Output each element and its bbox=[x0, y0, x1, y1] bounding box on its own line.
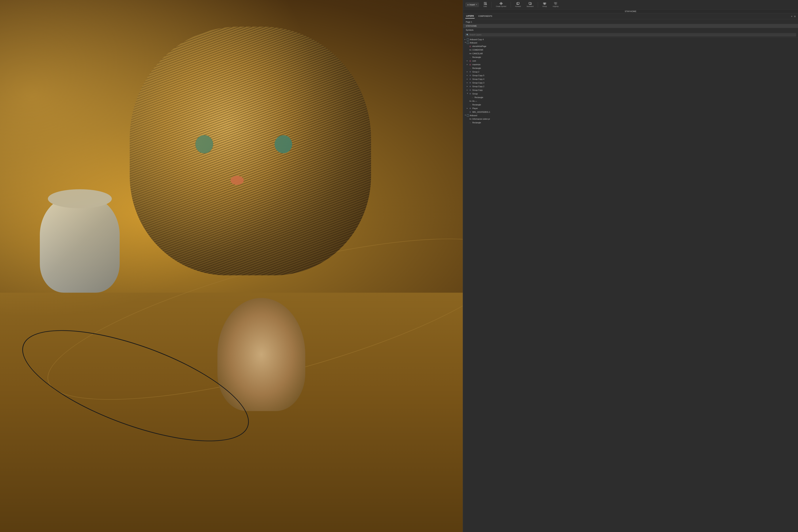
layer-informacion[interactable]: Aa Informacion sobre pr bbox=[463, 117, 798, 121]
group-icon: ⊞ bbox=[469, 71, 472, 73]
backward-icon bbox=[528, 2, 532, 5]
rect-icon: — bbox=[469, 121, 472, 124]
layer-rect2[interactable]: — Rectangle bbox=[463, 66, 798, 70]
ungroup-icon bbox=[554, 2, 557, 5]
svg-point-1 bbox=[500, 3, 502, 4]
group-icon: ⊞ bbox=[469, 107, 472, 110]
tab-bar: LAYERS COMPONENTS + ∧ bbox=[463, 13, 798, 19]
layer-label: maximize bbox=[472, 63, 480, 65]
layer-artboard-main[interactable]: ▶ Artboard bbox=[463, 41, 798, 44]
layer-scroll-copy[interactable]: ▶ Artboard Copy 4 bbox=[463, 38, 798, 41]
image-icon: ⊞ bbox=[469, 111, 472, 113]
search-layers-input[interactable] bbox=[470, 34, 795, 36]
group-icon bbox=[543, 2, 547, 5]
layer-label: Group Copy 3 bbox=[472, 82, 484, 84]
rect-icon: — bbox=[469, 103, 472, 106]
data-icon bbox=[483, 2, 487, 5]
layer-maximize[interactable]: ▶ ◎ maximize bbox=[463, 63, 798, 66]
layer-player[interactable]: ▶ ⊞ Player bbox=[463, 107, 798, 110]
layer-cont[interactable]: ▶ ◎ cont bbox=[463, 59, 798, 63]
insert-label: Insert bbox=[470, 3, 475, 6]
layer-comentar[interactable]: Aa COMENTAR bbox=[463, 48, 798, 52]
layer-img-id[interactable]: ⊞ IMG_1631FEEB31-1 bbox=[463, 110, 798, 114]
layer-label: Rectangle bbox=[472, 67, 481, 69]
cat-stripes bbox=[130, 27, 371, 275]
layer-rect1[interactable]: — Rectangle bbox=[463, 55, 798, 59]
layer-cancelar[interactable]: Aa CANCELAR bbox=[463, 52, 798, 55]
add-layer-button[interactable]: + bbox=[791, 15, 793, 18]
toolbar-separator-3 bbox=[538, 2, 538, 8]
backward-button[interactable]: Backward bbox=[525, 1, 535, 8]
layer-artboard2[interactable]: ▶ Artboard bbox=[463, 114, 798, 117]
svg-rect-3 bbox=[517, 2, 519, 4]
layer-label: Rectangle bbox=[472, 103, 481, 106]
expand-icon: ▶ bbox=[467, 89, 468, 91]
group-icon: ⊞ bbox=[469, 78, 472, 80]
expand-icon: ▶ bbox=[467, 78, 468, 80]
artboard-icon bbox=[467, 38, 469, 41]
layer-label: Informacion sobre pr bbox=[472, 118, 490, 120]
layer-groupcopy2[interactable]: ▶ ⊞ Group Copy 2 bbox=[463, 84, 798, 88]
group-button[interactable]: Group bbox=[541, 1, 548, 8]
group-icon: ⊞ bbox=[469, 92, 472, 95]
rect-icon: — bbox=[471, 96, 474, 99]
layer-label: Player bbox=[472, 107, 478, 110]
expand-icon: ▶ bbox=[464, 42, 466, 43]
rect-icon: — bbox=[469, 56, 472, 58]
insert-button[interactable]: + Insert ▼ bbox=[465, 2, 479, 7]
layer-as-dash[interactable]: Aa As — bbox=[463, 99, 798, 103]
layer-label: Group Copy 2 bbox=[472, 85, 484, 88]
artboard-icon bbox=[467, 42, 469, 44]
layer-rect4[interactable]: — Rectangle bbox=[463, 121, 798, 125]
layer-label: CANCELAR bbox=[472, 53, 483, 55]
expand-icon: ▶ bbox=[464, 115, 466, 116]
expand-icon: ▶ bbox=[464, 39, 466, 40]
forward-button[interactable]: Forward bbox=[514, 1, 522, 8]
toolbar-separator-1 bbox=[491, 2, 492, 8]
artboard-icon bbox=[467, 114, 469, 117]
collapse-layers-button[interactable]: ∧ bbox=[794, 15, 796, 18]
cat-eye-right bbox=[274, 135, 292, 153]
group-icon: ⊞ bbox=[469, 74, 472, 77]
group-label: Group bbox=[543, 5, 547, 7]
cat-eye-left bbox=[195, 135, 213, 153]
search-input-wrap: 🔍 bbox=[465, 33, 796, 37]
page-item-page1[interactable]: Page 1 bbox=[463, 20, 798, 24]
data-button[interactable]: Data bbox=[482, 1, 489, 8]
svg-rect-10 bbox=[556, 2, 557, 3]
expand-icon: ▶ bbox=[467, 71, 468, 73]
layer-group-main[interactable]: ▶ ⊞ Group bbox=[463, 92, 798, 96]
create-symbol-label: Create Symbol bbox=[496, 5, 506, 7]
layer-rect3[interactable]: — Rectangle bbox=[463, 103, 798, 107]
layer-label: Group bbox=[472, 93, 478, 95]
svg-rect-6 bbox=[543, 3, 545, 4]
layer-label: Artboard bbox=[470, 114, 477, 117]
layers-panel[interactable]: Page 1 STAYHOME Symbols 🔍 ▶ Artboard Cop… bbox=[463, 19, 798, 532]
page-item-stayhome[interactable]: STAYHOME bbox=[463, 24, 798, 28]
layer-groupcopy3[interactable]: ▶ ⊞ Group Copy 3 bbox=[463, 81, 798, 84]
symbol-icon: ◎ bbox=[469, 45, 472, 48]
page-item-symbols[interactable]: Symbols bbox=[463, 28, 798, 32]
layer-rect-group[interactable]: — Rectangle bbox=[463, 96, 798, 99]
layer-elenst[interactable]: ◎ elenstArtistPage bbox=[463, 44, 798, 48]
layer-group2[interactable]: ▶ ⊞ Group 2 bbox=[463, 70, 798, 74]
group-icon: ⊞ bbox=[469, 85, 472, 88]
create-symbol-button[interactable]: Create Symbol bbox=[495, 1, 508, 8]
layer-label: IMG_1631FEEB31-1 bbox=[472, 111, 490, 113]
expand-icon: ▶ bbox=[467, 108, 468, 109]
tab-components[interactable]: COMPONENTS bbox=[478, 14, 493, 18]
expand-icon: ▶ bbox=[467, 75, 468, 76]
ungroup-label: Ungroup bbox=[553, 5, 559, 7]
expand-icon: ▶ bbox=[467, 60, 468, 61]
layer-label: Artboard bbox=[470, 42, 477, 44]
ungroup-button[interactable]: Ungroup bbox=[551, 1, 560, 8]
toolbar-separator-2 bbox=[511, 2, 511, 8]
plus-icon: + bbox=[467, 3, 469, 6]
layer-groupcopy[interactable]: ▶ ⊞ Group Copy bbox=[463, 88, 798, 92]
expand-icon: ▶ bbox=[467, 86, 468, 87]
layer-groupcopy5[interactable]: ▶ ⊞ Group Copy 5 bbox=[463, 74, 798, 77]
layer-groupcopy4[interactable]: ▶ ⊞ Group Copy 4 bbox=[463, 77, 798, 81]
tab-layers[interactable]: LAYERS bbox=[465, 14, 475, 18]
layer-label: cont bbox=[472, 60, 476, 62]
group-icon: ⊞ bbox=[469, 81, 472, 84]
